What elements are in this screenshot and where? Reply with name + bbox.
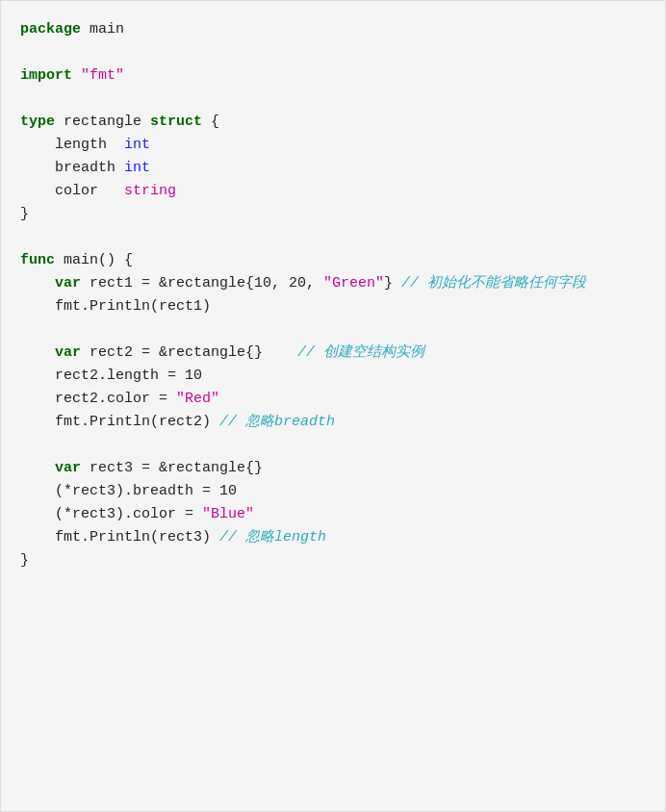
package-name: main: [81, 21, 124, 38]
line-rect3-decl: var rect3 = &rectangle{}: [20, 457, 646, 480]
line-rect3-breadth: (*rect3).breadth = 10: [20, 480, 646, 503]
string-red: "Red": [176, 391, 219, 407]
comment-2: // 创建空结构实例: [297, 344, 424, 361]
comment-4: // 忽略length: [219, 529, 326, 546]
line-rect2-color: rect2.color = "Red": [20, 388, 646, 411]
line-struct-close: }: [20, 203, 646, 226]
type-string-color: string: [124, 183, 176, 199]
blank-line-1: [20, 41, 646, 64]
line-println-rect3: fmt.Println(rect3) // 忽略length: [20, 526, 646, 549]
blank-line-5: [20, 434, 646, 457]
line-func-close: }: [20, 549, 646, 572]
string-blue: "Blue": [202, 506, 254, 522]
code-editor: package main import "fmt" type rectangle…: [0, 0, 666, 812]
line-func-main: func main() {: [20, 249, 646, 272]
line-import: import "fmt": [20, 64, 646, 88]
import-path: "fmt": [81, 67, 124, 84]
line-field-color: color string: [20, 180, 646, 203]
line-type-struct: type rectangle struct {: [20, 111, 646, 134]
keyword-import: import: [20, 67, 72, 84]
keyword-var-3: var: [55, 460, 81, 476]
comment-1: // 初始化不能省略任何字段: [401, 275, 586, 292]
type-int-breadth: int: [124, 160, 150, 176]
keyword-var-1: var: [55, 275, 81, 292]
line-println-rect1: fmt.Println(rect1): [20, 295, 646, 318]
keyword-var-2: var: [55, 344, 81, 361]
comment-3: // 忽略breadth: [219, 414, 335, 430]
line-package: package main: [20, 18, 646, 41]
blank-line-4: [20, 318, 646, 342]
line-field-length: length int: [20, 134, 646, 157]
string-green: "Green": [323, 275, 384, 292]
line-println-rect2: fmt.Println(rect2) // 忽略breadth: [20, 411, 646, 434]
line-rect3-color: (*rect3).color = "Blue": [20, 503, 646, 526]
keyword-package: package: [20, 21, 81, 38]
line-rect1-decl: var rect1 = &rectangle{10, 20, "Green"} …: [20, 272, 646, 295]
line-rect2-length: rect2.length = 10: [20, 365, 646, 388]
keyword-func: func: [20, 252, 55, 268]
type-int-length: int: [124, 137, 150, 153]
line-field-breadth: breadth int: [20, 157, 646, 180]
keyword-struct: struct: [150, 114, 202, 130]
blank-line-3: [20, 226, 646, 249]
blank-line-2: [20, 88, 646, 111]
keyword-type: type: [20, 114, 55, 130]
import-space: [72, 67, 81, 84]
line-rect2-decl: var rect2 = &rectangle{} // 创建空结构实例: [20, 342, 646, 365]
